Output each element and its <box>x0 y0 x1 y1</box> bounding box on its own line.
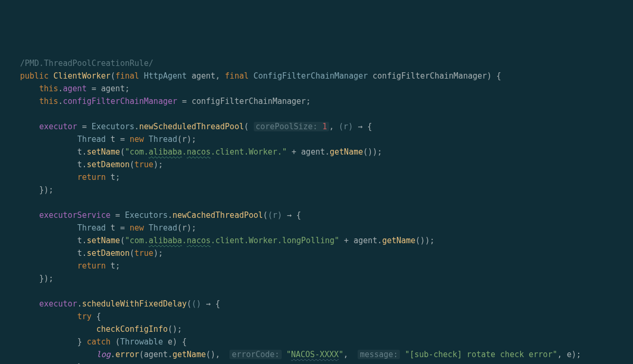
punct: . <box>168 350 172 359</box>
type-thread: Thread <box>149 135 177 144</box>
punct: ( <box>177 223 182 233</box>
method-setDaemon: setDaemon <box>87 160 129 169</box>
lambda-param: (r) <box>339 122 353 131</box>
string-literal: "NACOS-XXXX" <box>286 350 343 359</box>
code-editor-view[interactable]: /PMD.ThreadPoolCreationRule/ public Clie… <box>20 57 633 364</box>
type-executors: Executors <box>125 210 168 220</box>
param-agent: agent <box>191 71 215 81</box>
kw-try: try <box>77 312 91 321</box>
type-thread: Thread <box>77 223 106 233</box>
punct: . <box>111 350 116 359</box>
punct: . <box>168 210 172 220</box>
punct: ; <box>125 84 130 93</box>
ident-cfcm: configFilterChainManager <box>191 97 306 106</box>
method-error: error <box>116 350 139 359</box>
string-part: . <box>182 147 187 157</box>
method-newCachedThreadPool: newCachedThreadPool <box>172 210 263 220</box>
kw-final: final <box>225 71 248 81</box>
hint-label: corePoolSize: <box>256 122 318 131</box>
field-executor: executor <box>39 299 77 309</box>
string-wavy: alibaba <box>149 236 182 245</box>
field-agent: agent <box>63 84 87 93</box>
punct: ) { <box>487 71 501 81</box>
punct: (); <box>168 324 182 334</box>
ident-t: t <box>111 135 116 144</box>
punct: ); <box>154 160 163 169</box>
punct: { <box>292 210 301 220</box>
string-part: " <box>286 350 291 359</box>
ident-e: e <box>567 350 572 359</box>
type-thread: Thread <box>77 135 106 144</box>
field-cfcm: configFilterChainManager <box>63 97 177 106</box>
kw-new: new <box>130 135 144 144</box>
hint-value: 1 <box>322 122 327 131</box>
hint-message: message: <box>358 350 400 359</box>
punct: ; <box>116 173 120 182</box>
string-part: " <box>339 350 343 359</box>
kw-this: this <box>39 84 58 93</box>
type-cfcm: ConfigFilterChainManager <box>254 71 368 81</box>
ident-t: t <box>111 173 116 182</box>
punct: ); <box>154 248 163 258</box>
ident-t: t <box>111 261 116 271</box>
punct: = <box>111 210 125 220</box>
method-newScheduledThreadPool: newScheduledThreadPool <box>139 122 244 131</box>
kw-final: final <box>116 71 139 81</box>
kw-catch: catch <box>87 337 110 347</box>
punct: }); <box>39 274 53 283</box>
string-wavy: nacos <box>187 236 210 245</box>
type-thread: Thread <box>149 223 177 233</box>
string-part: .client.Worker.longPolling" <box>210 236 339 245</box>
method-checkConfigInfo: checkConfigInfo <box>97 324 168 334</box>
ident-r: r <box>182 223 187 233</box>
punct: = <box>120 223 130 233</box>
kw-this: this <box>39 97 58 106</box>
type-httpagent: HttpAgent <box>144 71 187 81</box>
punct: ); <box>187 223 196 233</box>
string-literal: "com.alibaba.nacos.client.Worker." <box>125 147 287 157</box>
punct: ( <box>177 135 182 144</box>
string-wavy: alibaba <box>149 147 182 157</box>
method-getName: getName <box>172 350 206 359</box>
kw-return: return <box>77 173 106 182</box>
punct: ; <box>306 97 311 106</box>
punct: + <box>287 147 301 157</box>
punct: ( <box>139 350 144 359</box>
punct: , <box>343 350 353 359</box>
punct <box>282 210 287 220</box>
punct: }); <box>39 185 53 195</box>
ident-agent: agent <box>301 147 325 157</box>
arrow-icon: → <box>206 299 210 309</box>
type-throwable: Throwable <box>120 337 163 347</box>
punct: { <box>210 299 220 309</box>
lambda-param: () <box>191 299 201 309</box>
kw-new: new <box>130 223 144 233</box>
punct: . <box>325 147 330 157</box>
punct: . <box>58 97 63 106</box>
kw-public: public <box>20 71 49 81</box>
punct: ( <box>187 299 191 309</box>
punct: { <box>91 312 101 321</box>
ident-agent: agent <box>101 84 125 93</box>
string-wavy: nacos <box>187 147 210 157</box>
param-cfcm: configFilterChainManager <box>372 71 487 81</box>
string-part: "com. <box>125 236 149 245</box>
punct: ( <box>130 160 135 169</box>
method-getName: getName <box>382 236 415 245</box>
arrow-icon: → <box>287 210 292 220</box>
punct: (), <box>206 350 225 359</box>
punct: ( <box>244 122 253 131</box>
ident-t: t <box>111 223 116 233</box>
ident-r: r <box>343 122 348 131</box>
punct: = <box>177 97 191 106</box>
punct: ()); <box>363 147 382 157</box>
ident-agent: agent <box>144 350 168 359</box>
punct: ( <box>111 71 116 81</box>
punct: ; <box>116 261 120 271</box>
method-setName: setName <box>87 147 120 157</box>
method-setDaemon: setDaemon <box>87 248 129 258</box>
string-part: .client.Worker." <box>210 147 287 157</box>
kw-true: true <box>135 160 154 169</box>
punct: . <box>135 122 139 131</box>
string-literal: "[sub-check] rotate check error" <box>405 350 557 359</box>
